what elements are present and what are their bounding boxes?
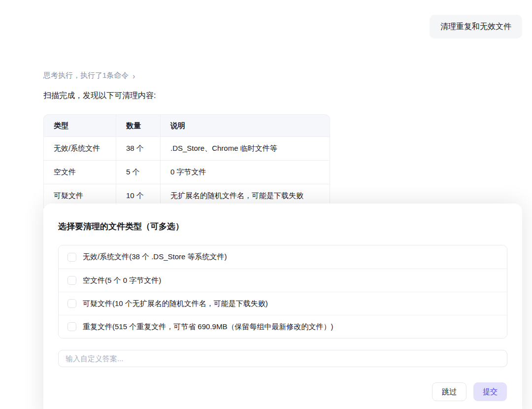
clean-duplicates-task-label: 清理重复和无效文件 bbox=[440, 22, 511, 32]
table-row: 空文件 5 个 0 字节文件 bbox=[43, 161, 330, 184]
option-list: 无效/系统文件(38 个 .DS_Store 等系统文件) 空文件(5 个 0 … bbox=[58, 245, 507, 339]
table-header-desc: 说明 bbox=[161, 114, 330, 137]
thinking-steps-label: 思考执行，执行了1条命令 bbox=[43, 71, 129, 80]
scan-result-table: 类型 数量 说明 无效/系统文件 38 个 .DS_Store、Chrome 临… bbox=[43, 114, 330, 208]
option-suspicious-files[interactable]: 可疑文件(10 个无扩展名的随机文件名，可能是下载失败) bbox=[59, 292, 507, 315]
option-duplicate-files[interactable]: 重复文件(515 个重复文件，可节省 690.9MB（保留每组中最新修改的文件）… bbox=[59, 315, 507, 338]
thinking-steps-toggle[interactable]: 思考执行，执行了1条命令 › bbox=[43, 71, 135, 80]
cell-type: 无效/系统文件 bbox=[43, 137, 116, 161]
scan-result-message: 扫描完成，发现以下可清理内容: bbox=[43, 91, 156, 101]
option-label: 可疑文件(10 个无扩展名的随机文件名，可能是下载失败) bbox=[83, 299, 268, 308]
table-header-row: 类型 数量 说明 bbox=[43, 114, 330, 137]
modal-actions: 跳过 提交 bbox=[432, 382, 507, 401]
cell-count: 38 个 bbox=[116, 137, 161, 161]
custom-answer-input[interactable] bbox=[58, 350, 507, 367]
table-header-type: 类型 bbox=[43, 114, 116, 137]
cell-desc: 0 字节文件 bbox=[161, 161, 330, 184]
skip-button[interactable]: 跳过 bbox=[432, 382, 466, 401]
cell-desc: .DS_Store、Chrome 临时文件等 bbox=[161, 137, 330, 161]
modal-title: 选择要清理的文件类型（可多选） bbox=[58, 221, 184, 232]
cell-type: 空文件 bbox=[43, 161, 116, 184]
option-label: 空文件(5 个 0 字节文件) bbox=[83, 276, 161, 285]
file-type-selection-modal: 选择要清理的文件类型（可多选） 无效/系统文件(38 个 .DS_Store 等… bbox=[43, 204, 522, 409]
chevron-right-icon: › bbox=[133, 71, 135, 80]
clean-duplicates-task-button[interactable]: 清理重复和无效文件 bbox=[430, 15, 522, 38]
option-invalid-system-files[interactable]: 无效/系统文件(38 个 .DS_Store 等系统文件) bbox=[59, 245, 507, 269]
table-row: 无效/系统文件 38 个 .DS_Store、Chrome 临时文件等 bbox=[43, 137, 330, 161]
submit-button[interactable]: 提交 bbox=[473, 382, 507, 401]
option-label: 无效/系统文件(38 个 .DS_Store 等系统文件) bbox=[83, 252, 227, 262]
option-label: 重复文件(515 个重复文件，可节省 690.9MB（保留每组中最新修改的文件）… bbox=[83, 322, 333, 332]
cell-count: 5 个 bbox=[116, 161, 161, 184]
checkbox-icon[interactable] bbox=[67, 253, 76, 262]
checkbox-icon[interactable] bbox=[67, 276, 76, 285]
checkbox-icon[interactable] bbox=[67, 322, 76, 331]
table-header-count: 数量 bbox=[116, 114, 161, 137]
checkbox-icon[interactable] bbox=[67, 299, 76, 308]
option-empty-files[interactable]: 空文件(5 个 0 字节文件) bbox=[59, 269, 507, 292]
